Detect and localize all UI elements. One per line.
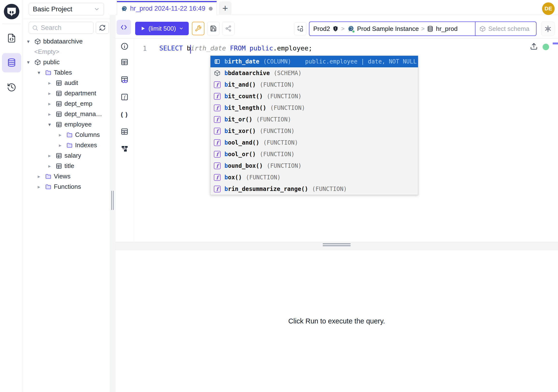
project-selector[interactable]: Basic Project [29, 3, 104, 16]
suggestion-bit_or-[interactable]: fbit_or()(FUNCTION) [210, 114, 418, 125]
caret-right-icon[interactable]: ▸ [48, 111, 55, 117]
table-icon[interactable] [121, 58, 129, 66]
suggestion-bound_box-[interactable]: fbound_box()(FUNCTION) [210, 160, 418, 172]
tree-node-dept-mana-[interactable]: ▸dept_mana… [23, 109, 110, 119]
suggestion-bit_count-[interactable]: fbit_count()(FUNCTION) [210, 90, 418, 102]
rail-item-databases[interactable] [2, 53, 21, 72]
tree-node-department[interactable]: ▸department [23, 88, 110, 98]
tree-node-bbdataarchive[interactable]: ▾bbdataarchive [23, 36, 110, 47]
results-resize-handle[interactable] [115, 242, 558, 250]
schema-icon [479, 26, 486, 32]
chevron-down-icon [94, 6, 100, 12]
suggestion-label: bool_and() [225, 139, 260, 146]
run-button[interactable]: (limit 500) [135, 22, 189, 35]
rail-item-worksheet[interactable] [2, 28, 21, 48]
tree-search[interactable] [29, 22, 93, 34]
caret-right-icon[interactable]: ▸ [38, 184, 45, 190]
bytebase-logo-icon[interactable] [3, 3, 20, 20]
tree-node-label: bbdataarchive [43, 38, 83, 45]
refresh-button[interactable] [96, 22, 109, 34]
suggestion-label: bit_length() [225, 105, 266, 111]
caret-right-icon[interactable]: ▸ [59, 132, 66, 138]
diagram-icon[interactable] [121, 145, 129, 153]
caret-down-icon[interactable]: ▾ [27, 39, 34, 44]
caret-down-icon[interactable]: ▾ [38, 70, 45, 76]
caret-right-icon[interactable]: ▸ [48, 163, 55, 169]
sidebar-resize-handle[interactable] [110, 15, 115, 392]
tree-node-columns[interactable]: ▸Columns [23, 130, 110, 140]
user-avatar[interactable]: DE [542, 2, 555, 15]
upload-sql-icon[interactable] [530, 43, 538, 50]
tree-node-employee[interactable]: ▾employee [23, 119, 110, 130]
batch-query-button[interactable] [294, 22, 306, 35]
connection-breadcrumb: Prod2 > Prod Sample Instance > hr_prod S… [309, 21, 537, 36]
suggestion-box-[interactable]: fbox()(FUNCTION) [210, 172, 418, 183]
database-icon [427, 26, 434, 32]
caret-right-icon[interactable]: ▸ [48, 153, 55, 159]
suggestion-label: bbdataarchive [225, 70, 270, 77]
parentheses-icon[interactable]: () [121, 110, 129, 119]
table-search-icon[interactable] [121, 76, 129, 84]
suggestion-birth_date[interactable]: birth_date(COLUMN)public.employee | date… [210, 56, 418, 67]
tree-node-functions[interactable]: ▸Functions [23, 182, 110, 192]
unsaved-indicator [209, 7, 213, 11]
tree-node-label: Functions [54, 183, 81, 191]
suggestion-kind: (FUNCTION) [312, 186, 347, 192]
rail-item-history[interactable] [2, 78, 21, 97]
format-sql-button[interactable] [192, 22, 204, 35]
tree-node-audit[interactable]: ▸audit [23, 78, 110, 88]
caret-right-icon[interactable]: ▸ [48, 80, 55, 86]
caret-right-icon[interactable]: ▸ [59, 142, 66, 148]
tab-bar: hr_prod 2024-11-22 16:49 + DE [115, 0, 558, 15]
caret-down-icon[interactable]: ▾ [27, 59, 34, 65]
caret-down-icon[interactable]: ▾ [48, 122, 55, 127]
suggestion-bbdataarchive[interactable]: bbdataarchive(SCHEMA) [210, 67, 418, 79]
table-icon[interactable] [121, 127, 129, 136]
suggestion-label: bit_and() [225, 81, 256, 88]
tree-node-salary[interactable]: ▸salary [23, 150, 110, 161]
share-button[interactable] [222, 22, 235, 35]
tree-node-views[interactable]: ▸Views [23, 171, 110, 182]
schema-selector[interactable]: Select schema [475, 22, 536, 35]
suggestion-brin_desummarize_range-[interactable]: fbrin_desummarize_range()(FUNCTION) [210, 183, 418, 195]
tree-node-indexes[interactable]: ▸Indexes [23, 140, 110, 150]
folder-icon [66, 131, 75, 138]
tree-node-title[interactable]: ▸title [23, 161, 110, 171]
code-area[interactable]: 1 SELECT birth_date FROM public.employee… [134, 39, 558, 242]
suggestion-kind: (FUNCTION) [260, 81, 295, 88]
save-button[interactable] [207, 22, 220, 35]
suggestion-bit_length-[interactable]: fbit_length()(FUNCTION) [210, 102, 418, 114]
connection-context[interactable]: Prod2 > Prod Sample Instance > hr_prod [309, 22, 475, 35]
batch-query-icon [297, 25, 304, 32]
tree-node-dept-emp[interactable]: ▸dept_emp [23, 98, 110, 109]
play-icon [140, 26, 146, 31]
suggestion-kind: (FUNCTION) [256, 116, 291, 123]
tree-node--empty-[interactable]: <Empty> [23, 47, 110, 57]
openai-icon [544, 25, 552, 33]
suggestion-kind: (FUNCTION) [260, 151, 295, 158]
suggestion-bool_or-[interactable]: fbool_or()(FUNCTION) [210, 148, 418, 160]
schema-icon [34, 38, 43, 45]
code-panel-toggle[interactable] [117, 20, 131, 35]
plus-icon: + [222, 3, 228, 14]
ai-assistant-button[interactable] [541, 21, 555, 36]
new-tab-button[interactable]: + [219, 1, 231, 15]
suggestion-bit_xor-[interactable]: fbit_xor()(FUNCTION) [210, 125, 418, 137]
instance-name: Prod Sample Instance [357, 25, 419, 33]
info-icon[interactable] [121, 42, 129, 51]
file-code-icon [7, 33, 17, 43]
folder-icon [66, 142, 75, 149]
tree-node-tables[interactable]: ▾Tables [23, 67, 110, 78]
suggestion-bool_and-[interactable]: fbool_and()(FUNCTION) [210, 137, 418, 148]
tab-hr-prod[interactable]: hr_prod 2024-11-22 16:49 [117, 1, 217, 15]
svg-text:f: f [124, 95, 126, 100]
caret-right-icon[interactable]: ▸ [48, 101, 55, 107]
caret-right-icon[interactable]: ▸ [48, 90, 55, 96]
search-input[interactable] [41, 24, 90, 32]
caret-right-icon[interactable]: ▸ [38, 174, 45, 179]
suggestion-bit_and-[interactable]: fbit_and()(FUNCTION) [210, 79, 418, 90]
shield-icon [332, 26, 339, 32]
tree-node-public[interactable]: ▾public [23, 57, 110, 67]
function-icon[interactable]: f [121, 93, 129, 101]
tree-node-label: dept_emp [64, 100, 92, 107]
